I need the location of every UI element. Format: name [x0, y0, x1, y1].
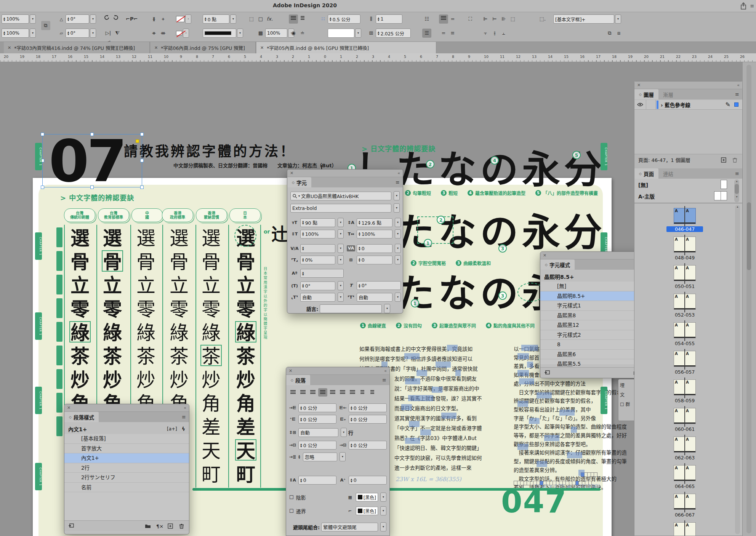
justify-last-right-button[interactable] — [338, 388, 347, 397]
spread-label[interactable]: 066-067 — [666, 512, 703, 518]
grid-jidori-field[interactable]: 自動 — [300, 293, 335, 302]
drop-cap-lines-field[interactable]: ▲▼0 — [298, 476, 336, 485]
collapse-icon[interactable]: « — [397, 171, 400, 176]
new-style-icon[interactable] — [168, 523, 174, 529]
clear-overrides-icon[interactable]: ¶⨯ — [156, 523, 162, 529]
visibility-eye-icon[interactable] — [634, 101, 646, 108]
spread-label[interactable]: 064-065 — [666, 483, 703, 489]
baseline-shift-field[interactable]: ▲▼ — [300, 269, 344, 278]
align-left-button[interactable] — [288, 388, 298, 397]
char-rotation-dropdown[interactable]: ▾ — [338, 281, 344, 290]
panel-dock-icon[interactable] — [68, 523, 74, 529]
mojikumi-field[interactable]: 繁體中文避頭尾 — [321, 523, 378, 531]
mojikumi-dropdown[interactable]: ▾ — [380, 522, 386, 531]
collapse-icon[interactable]: « — [737, 83, 740, 88]
panel-menu-icon[interactable]: ≡ — [735, 91, 739, 97]
leading-field[interactable]: ▲▼129.6 點 — [357, 218, 392, 227]
window-scrollbar-thumb[interactable] — [747, 202, 751, 270]
space-between-dropdown[interactable]: ▾ — [340, 452, 346, 461]
vertical-scale-field[interactable]: ▲▼100% — [300, 230, 335, 238]
align-right-button[interactable] — [308, 388, 317, 397]
layer-lock-cell[interactable] — [646, 100, 656, 110]
indent-right-field[interactable]: ▲▼0 公分 — [349, 403, 387, 412]
masters-scrollbar[interactable]: ▴▾ — [734, 179, 739, 202]
spread-label[interactable]: 052-053 — [666, 312, 703, 318]
window-vertical-scrollbar[interactable] — [746, 65, 751, 533]
close-icon[interactable]: ✕ — [289, 368, 292, 373]
grid-align-dropdown[interactable]: ▾ — [341, 428, 347, 437]
tab-links[interactable]: 連結 — [658, 168, 678, 179]
spread-label[interactable]: 046-047 — [666, 226, 703, 232]
category-pill[interactable]: 香港政府標準 — [162, 208, 193, 222]
spread-label[interactable]: 058-059 — [666, 398, 703, 403]
justify-last-left-button[interactable] — [318, 388, 327, 397]
paragraph-panel[interactable]: ✕« ◇段落≡ →⋿▲▼0 公分 ⋿←▲▼0 公分 ⁺⋿▲▼0 公分 ⋿₊▲▼0… — [286, 367, 390, 536]
close-icon[interactable]: ✕ — [290, 171, 293, 176]
close-icon[interactable]: ✕ — [67, 405, 70, 410]
close-icon[interactable]: ✕ — [543, 253, 546, 258]
justify-last-center-button[interactable] — [328, 388, 337, 397]
kerning-field[interactable]: ▲▼ — [300, 244, 335, 253]
language-field[interactable] — [320, 304, 382, 313]
style-list-item[interactable]: [基本段落] — [64, 434, 189, 444]
tab-gradient[interactable]: 漸層 — [658, 89, 678, 99]
aki-right-dropdown[interactable]: ▾ — [395, 255, 401, 264]
panel-menu-icon[interactable]: ≡ — [382, 377, 386, 383]
close-icon[interactable]: ✕ — [637, 83, 641, 88]
align-towards-spine-button[interactable] — [358, 388, 367, 397]
sliver-checkbox-row[interactable]: ☐ 群 — [620, 401, 634, 407]
tab-character-styles[interactable]: ◇字元樣式 — [540, 259, 575, 270]
justify-all-button[interactable] — [348, 388, 357, 397]
panel-menu-icon[interactable]: ≡ — [396, 179, 400, 185]
font-size-dropdown[interactable]: ▾ — [338, 218, 344, 227]
language-dropdown[interactable]: ▾ — [384, 304, 390, 313]
folder-icon[interactable] — [145, 523, 151, 529]
category-pill[interactable]: 日本 — [229, 208, 261, 222]
trash-icon[interactable] — [179, 523, 185, 529]
skew-field[interactable]: ▲▼0° — [357, 281, 401, 290]
border-color-field[interactable]: [黑色] — [356, 507, 378, 515]
shading-checkbox[interactable]: ☐ 陰影 — [289, 494, 306, 501]
new-layer-icon[interactable] — [721, 157, 727, 163]
character-panel[interactable]: ✕« ◇字元≡ ▾文鼎UD晶熙黑體AktivBHK ▾ Extra-bold ▾… — [287, 169, 403, 314]
tab-paragraph[interactable]: ◇段落 — [286, 375, 310, 385]
char-rotation-field[interactable]: ▲▼0° — [300, 282, 335, 290]
grid-jidori-dropdown[interactable]: ▾ — [338, 293, 344, 302]
selection-proxy-square[interactable] — [734, 102, 738, 107]
align-center-button[interactable] — [298, 388, 308, 397]
aki-right-field[interactable]: ▲▼0 — [357, 256, 392, 264]
align-away-spine-button[interactable] — [368, 388, 377, 397]
panel-dock-icon[interactable] — [544, 370, 550, 376]
layer-name[interactable]: › 藍色參考線 — [661, 101, 690, 109]
hidden-panel-sliver[interactable]: 埋 文 ☐ 群 — [618, 379, 636, 421]
font-family-dropdown[interactable]: ▾ — [394, 191, 400, 200]
tracking-field[interactable]: ▲▼0 — [357, 244, 392, 253]
master-none-row[interactable]: [無] — [638, 181, 648, 189]
warichu-dropdown[interactable]: ▾ — [395, 293, 401, 302]
tab-character[interactable]: ◇字元 — [287, 177, 311, 187]
space-after-field[interactable]: ▲▼0 公分 — [349, 441, 387, 450]
pages-scrollbar[interactable]: ▴ — [735, 205, 740, 534]
panel-menu-icon[interactable]: ≡ — [182, 414, 186, 420]
grid-align-field[interactable]: 自動 — [298, 428, 338, 437]
space-between-field[interactable]: 忽略 — [303, 453, 337, 461]
font-style-dropdown[interactable]: ▾ — [394, 203, 400, 213]
spread-label[interactable]: 054-055 — [666, 341, 703, 346]
spread-label[interactable]: 050-051 — [666, 283, 703, 289]
horizontal-scale-field[interactable]: ▲▼100% — [357, 230, 392, 238]
vertical-scale-dropdown[interactable]: ▾ — [338, 229, 344, 238]
category-pill[interactable]: 香港蒙納習慣 — [196, 208, 227, 222]
border-checkbox[interactable]: ☐ 邊界 — [289, 507, 306, 515]
style-list-item[interactable]: 內文1+ — [64, 453, 189, 463]
category-pill[interactable]: 台灣教育部標準 — [98, 208, 129, 222]
collapse-icon[interactable]: « — [384, 368, 387, 373]
font-style-field[interactable]: Extra-bold — [290, 204, 391, 213]
trash-icon[interactable] — [732, 157, 738, 163]
spread-label[interactable]: 048-049 — [666, 255, 703, 261]
lightning-icon[interactable]: ϟ — [182, 426, 185, 432]
style-list-item[interactable]: 名前 — [64, 483, 189, 493]
style-list-item[interactable]: 2行サンセリフ — [64, 473, 189, 483]
first-line-indent-field[interactable]: ▲▼0 公分 — [298, 415, 336, 424]
shading-color-dropdown[interactable]: ▾ — [380, 493, 386, 502]
horizontal-scale-dropdown[interactable]: ▾ — [395, 229, 401, 238]
